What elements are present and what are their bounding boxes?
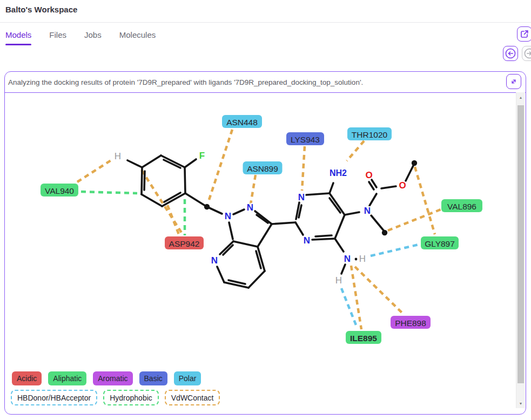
bond <box>312 239 335 240</box>
interaction-hbond-line <box>371 245 419 256</box>
atom-label: N <box>247 202 253 213</box>
interaction-vdw-line <box>167 205 179 234</box>
page-title: Balto's Workspace <box>0 0 531 14</box>
legend-chip-aliphatic: Aliphatic <box>48 371 86 385</box>
bond <box>185 159 196 167</box>
atom-label: H <box>115 151 121 161</box>
interaction-vdw-line <box>302 146 305 191</box>
svg-text:VAL896: VAL896 <box>447 202 476 211</box>
scroll-down-button[interactable]: ▼ <box>516 399 525 407</box>
atom-label: N <box>364 206 371 216</box>
legend-chip-polar: Polar <box>174 371 201 385</box>
bond <box>335 215 345 239</box>
interaction-vdw-line <box>351 266 361 329</box>
vertical-scrollbar[interactable]: ▲ ▼ <box>516 92 525 408</box>
bond <box>233 241 258 247</box>
svg-text:GLY897: GLY897 <box>425 239 455 248</box>
legend-chip-hydrophobic: Hydrophobic <box>103 390 159 405</box>
bond <box>406 166 413 181</box>
svg-text:ASN899: ASN899 <box>247 164 278 173</box>
bond <box>341 265 345 274</box>
workspace-header: Balto's Workspace <box>0 0 531 23</box>
bond <box>371 215 384 231</box>
tab-molecules[interactable]: Molecules <box>119 23 156 48</box>
residue-label-phe898: PHE898 <box>391 316 431 329</box>
residue-label-asp942: ASP942 <box>165 236 204 249</box>
tab-bar: ModelsFilesJobsMolecules <box>5 23 173 48</box>
tab-models[interactable]: Models <box>5 23 31 48</box>
bond <box>161 155 185 167</box>
bond <box>272 222 295 224</box>
residue-label-lys943: LYS943 <box>286 132 324 145</box>
svg-text:ASN448: ASN448 <box>226 118 258 127</box>
legend-chip-hbond: HBDonor/HBAcceptor <box>11 390 97 405</box>
bond <box>330 183 333 193</box>
bond <box>258 224 272 247</box>
bond <box>295 222 303 235</box>
svg-text:ASP942: ASP942 <box>169 239 200 248</box>
bond <box>330 193 345 215</box>
residue-label-val896: VAL896 <box>441 199 482 212</box>
bond <box>144 171 145 190</box>
tab-jobs[interactable]: Jobs <box>84 23 102 48</box>
residue-label-asn448: ASN448 <box>222 115 262 128</box>
carbon-dot <box>204 204 210 209</box>
legend-chip-basic: Basic <box>139 371 167 385</box>
bond <box>217 267 224 282</box>
interaction-vdw-line <box>355 267 404 314</box>
atom-label: N <box>225 211 231 221</box>
export-icon <box>519 29 530 39</box>
atom-label: N <box>298 192 305 202</box>
bond <box>233 209 244 214</box>
atom-label: H <box>359 254 366 264</box>
expand-button[interactable] <box>506 74 521 89</box>
legend-chip-aromatic: Aromatic <box>93 371 132 385</box>
residue-label-val940: VAL940 <box>41 184 78 197</box>
atom-label: N <box>211 255 218 266</box>
svg-text:PHE898: PHE898 <box>395 319 426 328</box>
legend-residue-types: AcidicAliphaticAromaticBasicPolar <box>12 371 201 385</box>
bond <box>185 193 207 207</box>
tab-files[interactable]: Files <box>49 23 66 48</box>
expand-icon <box>508 76 519 87</box>
svg-text:ILE895: ILE895 <box>350 334 377 343</box>
interaction-vdw-line <box>77 160 112 182</box>
back-button[interactable] <box>503 46 518 61</box>
forward-button[interactable] <box>522 46 531 61</box>
carbon-dot <box>382 230 387 235</box>
scrollbar-thumb[interactable] <box>517 105 524 383</box>
atom-label: NH2 <box>330 168 347 178</box>
interaction-vdw-line <box>208 130 232 203</box>
scroll-up-button[interactable]: ▲ <box>516 93 525 101</box>
bond <box>162 193 185 206</box>
bond <box>142 155 161 167</box>
bond-dot <box>355 258 358 261</box>
bond <box>381 186 396 188</box>
atom-label: F <box>199 151 205 161</box>
interaction-vdw-line <box>142 170 183 234</box>
legend-chip-acidic: Acidic <box>12 371 42 385</box>
bond <box>306 193 330 195</box>
interaction-hydrophobic-line <box>81 192 137 193</box>
interaction-diagram: HFNNNNNNH2OONNHHASN448LYS943THR1020ASN89… <box>5 92 517 408</box>
bond <box>142 167 142 194</box>
bond <box>369 194 377 206</box>
arrow-right-icon <box>523 47 531 60</box>
bond <box>255 211 272 224</box>
bond <box>229 222 233 239</box>
atom-label: N <box>304 235 310 246</box>
legend-interaction-types: HBDonor/HBAcceptorHydrophobicVdWContact <box>11 390 220 405</box>
bond <box>127 160 142 167</box>
residue-label-gly897: GLY897 <box>421 236 459 249</box>
export-button[interactable] <box>517 26 531 42</box>
atom-label: O <box>365 170 372 180</box>
carbon-dot <box>412 160 417 166</box>
svg-text:VAL940: VAL940 <box>45 186 74 195</box>
atom-label: H <box>335 275 342 286</box>
interaction-vdw-line <box>415 167 435 234</box>
bond <box>335 239 344 252</box>
analysis-panel: Analyzing the docking results of protein… <box>4 71 526 415</box>
bond <box>142 194 162 206</box>
svg-text:THR1020: THR1020 <box>352 130 388 139</box>
diagram-area: HFNNNNNNH2OONNHHASN448LYS943THR1020ASN89… <box>5 92 526 408</box>
